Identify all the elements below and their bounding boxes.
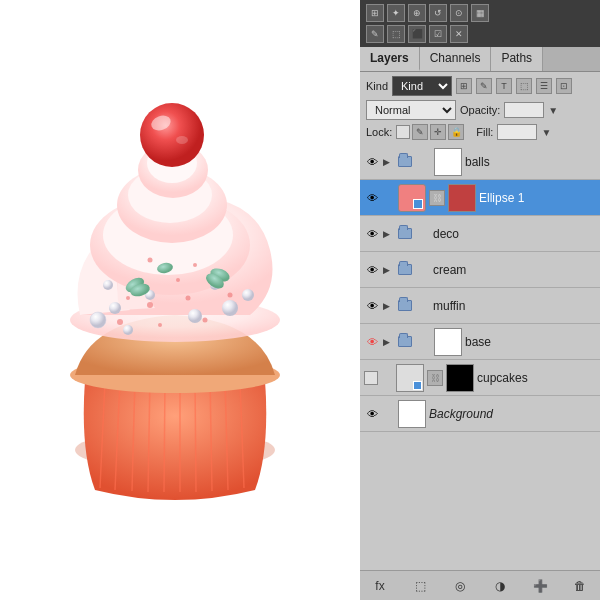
visibility-deco[interactable]: 👁 xyxy=(364,226,380,242)
tool-icon-8[interactable]: ⬚ xyxy=(387,25,405,43)
canvas-area xyxy=(0,0,360,600)
visibility-cream[interactable]: 👁 xyxy=(364,262,380,278)
tabs-bar: Layers Channels Paths xyxy=(360,47,600,72)
layer-item-deco[interactable]: 👁 ▶ deco xyxy=(360,216,600,252)
folder-arrow-deco: ▶ xyxy=(383,229,395,239)
new-mask-button[interactable]: ◎ xyxy=(451,577,469,595)
lock-icons: ✎ ✛ 🔒 xyxy=(396,124,464,140)
layers-controls: Kind Kind ⊞ ✎ T ⬚ ☰ ⊡ Normal Opacity: 10… xyxy=(360,72,600,144)
panel-bottom: fx ⬚ ◎ ◑ ➕ 🗑 xyxy=(360,570,600,600)
layers-list: 👁 ▶ ⛓ balls 👁 ▶ ⛓ Ellipse 1 👁 ▶ deco xyxy=(360,144,600,570)
svg-point-19 xyxy=(90,312,106,328)
mask-ellipse1 xyxy=(448,184,476,212)
fill-input[interactable]: 100% xyxy=(497,124,537,140)
lock-label: Lock: xyxy=(366,126,392,138)
svg-point-45 xyxy=(176,136,188,144)
fill-arrow[interactable]: ▼ xyxy=(541,127,551,138)
layer-item-ellipse1[interactable]: 👁 ▶ ⛓ Ellipse 1 xyxy=(360,180,600,216)
folder-arrow-balls: ▶ xyxy=(383,157,395,167)
visibility-balls[interactable]: 👁 xyxy=(364,154,380,170)
thumb-base xyxy=(434,328,462,356)
visibility-base[interactable]: 👁 xyxy=(364,334,380,350)
new-group-button[interactable]: ⬚ xyxy=(411,577,429,595)
tool-icon-4[interactable]: ↺ xyxy=(429,4,447,22)
kind-label: Kind xyxy=(366,80,388,92)
top-toolbar: ⊞ ✦ ⊕ ↺ ⊙ ▦ ✎ ⬚ ⬛ ☑ ✕ xyxy=(360,0,600,47)
kind-icon-4[interactable]: ⬚ xyxy=(516,78,532,94)
lock-paint[interactable]: ✎ xyxy=(412,124,428,140)
layer-item-background[interactable]: 👁 ▶ Background xyxy=(360,396,600,432)
visibility-ellipse1[interactable]: 👁 xyxy=(364,190,380,206)
folder-arrow-muffin: ▶ xyxy=(383,301,395,311)
folder-icon-deco xyxy=(398,228,412,239)
svg-point-22 xyxy=(222,300,238,316)
svg-point-21 xyxy=(188,309,202,323)
layer-item-muffin[interactable]: 👁 ▶ muffin xyxy=(360,288,600,324)
kind-icon-5[interactable]: ☰ xyxy=(536,78,552,94)
thumb-cupcakes xyxy=(396,364,424,392)
right-panel: ⊞ ✦ ⊕ ↺ ⊙ ▦ ✎ ⬚ ⬛ ☑ ✕ Layers Channels Pa… xyxy=(360,0,600,600)
svg-point-20 xyxy=(109,302,121,314)
tool-icon-6[interactable]: ▦ xyxy=(471,4,489,22)
tab-layers[interactable]: Layers xyxy=(360,47,420,71)
visibility-background[interactable]: 👁 xyxy=(364,406,380,422)
mask-cupcakes xyxy=(446,364,474,392)
folder-arrow-cream: ▶ xyxy=(383,265,395,275)
svg-point-26 xyxy=(123,325,133,335)
fx-button[interactable]: fx xyxy=(371,577,389,595)
new-layer-button[interactable]: ➕ xyxy=(531,577,549,595)
tool-icon-3[interactable]: ⊕ xyxy=(408,4,426,22)
folder-icon-balls xyxy=(398,156,412,167)
layer-name-ellipse1: Ellipse 1 xyxy=(479,191,596,205)
blend-mode-select[interactable]: Normal xyxy=(366,100,456,120)
tool-icon-2[interactable]: ✦ xyxy=(387,4,405,22)
tool-icon-11[interactable]: ✕ xyxy=(450,25,468,43)
kind-icon-2[interactable]: ✎ xyxy=(476,78,492,94)
opacity-arrow[interactable]: ▼ xyxy=(548,105,558,116)
adjustment-button[interactable]: ◑ xyxy=(491,577,509,595)
thumb-background xyxy=(398,400,426,428)
delete-layer-button[interactable]: 🗑 xyxy=(571,577,589,595)
blend-opacity-row: Normal Opacity: 100% ▼ xyxy=(366,100,594,120)
thumb-balls xyxy=(434,148,462,176)
svg-point-40 xyxy=(126,296,130,300)
cupcake-image xyxy=(20,20,340,580)
svg-line-5 xyxy=(164,377,165,492)
kind-select[interactable]: Kind xyxy=(392,76,452,96)
kind-icon-3[interactable]: T xyxy=(496,78,512,94)
toolbar-row-1: ⊞ ✦ ⊕ ↺ ⊙ ▦ xyxy=(366,4,594,22)
tab-paths[interactable]: Paths xyxy=(491,47,543,71)
svg-point-38 xyxy=(228,293,233,298)
opacity-input[interactable]: 100% xyxy=(504,102,544,118)
tool-icon-7[interactable]: ✎ xyxy=(366,25,384,43)
tool-icon-10[interactable]: ☑ xyxy=(429,25,447,43)
lock-move[interactable]: ✛ xyxy=(430,124,446,140)
svg-point-35 xyxy=(203,318,208,323)
layer-name-deco: deco xyxy=(433,227,596,241)
svg-point-42 xyxy=(148,258,153,263)
layer-item-balls[interactable]: 👁 ▶ ⛓ balls xyxy=(360,144,600,180)
layer-name-muffin: muffin xyxy=(433,299,596,313)
lock-all[interactable]: 🔒 xyxy=(448,124,464,140)
layer-name-cupcakes: cupcakes xyxy=(477,371,596,385)
tool-icon-1[interactable]: ⊞ xyxy=(366,4,384,22)
lock-transparent[interactable] xyxy=(396,125,410,139)
visibility-muffin[interactable]: 👁 xyxy=(364,298,380,314)
tab-channels[interactable]: Channels xyxy=(420,47,492,71)
svg-point-25 xyxy=(103,280,113,290)
fill-label: Fill: xyxy=(476,126,493,138)
layer-item-cupcakes[interactable]: ▶ ⛓ cupcakes xyxy=(360,360,600,396)
kind-icon-1[interactable]: ⊞ xyxy=(456,78,472,94)
layer-name-base: base xyxy=(465,335,596,349)
lock-fill-row: Lock: ✎ ✛ 🔒 Fill: 100% ▼ xyxy=(366,124,594,140)
layer-item-base[interactable]: 👁 ▶ ⛓ base xyxy=(360,324,600,360)
svg-point-39 xyxy=(176,278,180,282)
svg-point-37 xyxy=(158,323,162,327)
layer-item-cream[interactable]: 👁 ▶ cream xyxy=(360,252,600,288)
tool-icon-5[interactable]: ⊙ xyxy=(450,4,468,22)
svg-point-34 xyxy=(186,296,191,301)
visibility-checkbox-cupcakes[interactable] xyxy=(364,371,378,385)
kind-icon-6[interactable]: ⊡ xyxy=(556,78,572,94)
chain-ellipse1: ⛓ xyxy=(429,190,445,206)
tool-icon-9[interactable]: ⬛ xyxy=(408,25,426,43)
